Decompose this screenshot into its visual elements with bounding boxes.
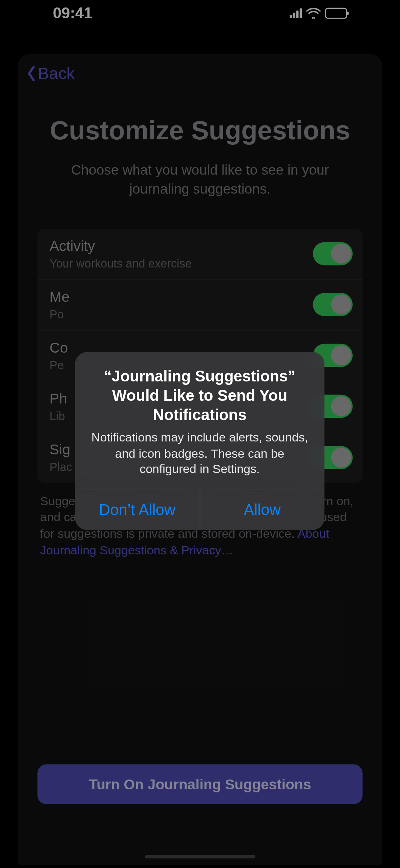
dont-allow-button[interactable]: Don’t Allow <box>75 490 200 530</box>
allow-button[interactable]: Allow <box>200 490 325 530</box>
alert-title: “Journaling Suggestions” Would Like to S… <box>87 367 312 425</box>
notification-permission-alert: “Journaling Suggestions” Would Like to S… <box>75 352 324 530</box>
alert-deny-label: Don’t Allow <box>99 501 175 519</box>
phone-screen: 09:41 Back Customize Suggestions Choose … <box>0 0 399 865</box>
alert-message: Notifications may include alerts, sounds… <box>87 430 312 477</box>
alert-allow-label: Allow <box>244 501 281 519</box>
